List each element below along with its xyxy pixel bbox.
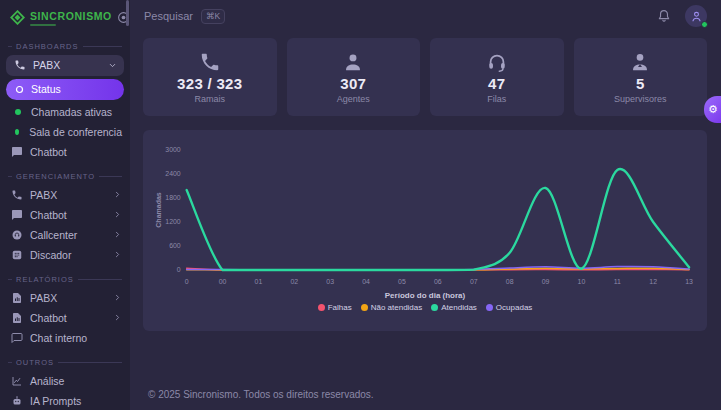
sidebar-item-label: Chatbot <box>30 146 67 158</box>
section-title-relatorios: RELATÓRIOS <box>0 275 130 284</box>
stat-label: Ramais <box>194 94 225 104</box>
svg-text:08: 08 <box>506 278 514 285</box>
section-title-dashboards: DASHBOARDS <box>0 42 130 51</box>
calls-chart-svg: 0600120018002400300000001020304050607080… <box>153 138 697 290</box>
phone-icon <box>11 189 23 201</box>
headset-icon <box>486 51 508 73</box>
chevron-right-icon <box>113 190 122 199</box>
brand-logo[interactable]: SINCRONISMO <box>0 8 130 32</box>
chevron-right-icon <box>113 250 122 259</box>
sidebar-scrollbar-thumb[interactable] <box>126 0 129 26</box>
sidebar-item-chatbot-gerenciamento[interactable]: Chatbot <box>0 205 130 225</box>
sidebar-item-label: Callcenter <box>30 229 77 241</box>
sidebar-item-pabx-gerenciamento[interactable]: PABX <box>0 185 130 205</box>
search-input[interactable]: Pesquisar ⌘K <box>144 9 225 24</box>
sidebar-item-label: Discador <box>30 249 71 261</box>
report-document-icon <box>11 312 23 324</box>
section-title-gerenciamento: GERENCIAMENTO <box>0 172 130 181</box>
phone-icon <box>14 59 26 71</box>
green-status-dot-icon <box>15 109 21 115</box>
user-avatar[interactable] <box>685 5 707 27</box>
chevron-down-icon <box>108 61 117 70</box>
online-status-dot <box>701 21 708 28</box>
legend-dot-icon <box>431 304 438 311</box>
sidebar-item-status[interactable]: Status <box>6 79 124 100</box>
sidebar-item-sala-de-conferencia[interactable]: Sala de conferencia <box>0 122 130 142</box>
sidebar: SINCRONISMO DASHBOARDS PABX Status Chama… <box>0 0 130 410</box>
chat-bubble-icon <box>11 146 23 158</box>
sidebar-item-label: Chatbot <box>30 209 67 221</box>
stat-value: 323 / 323 <box>177 75 242 92</box>
sidebar-item-analise[interactable]: Análise <box>0 371 130 391</box>
x-axis-title: Período do dia (hora) <box>153 291 697 300</box>
chevron-right-icon <box>113 230 122 239</box>
stat-label: Supervisores <box>614 94 667 104</box>
sidebar-item-label: Análise <box>30 375 64 387</box>
legend-dot-icon <box>486 304 493 311</box>
sidebar-item-pabx-dashboards[interactable]: PABX <box>6 55 124 76</box>
series-line-atendidas <box>187 169 689 270</box>
svg-text:06: 06 <box>434 278 442 285</box>
brand-name: SINCRONISMO <box>30 10 112 22</box>
dialpad-icon <box>11 249 23 261</box>
svg-text:1800: 1800 <box>165 194 181 201</box>
legend-dot-icon <box>361 304 368 311</box>
chat-bubble-icon <box>11 209 23 221</box>
svg-text:2400: 2400 <box>165 170 181 177</box>
legend-item-falhas[interactable]: Falhas <box>318 303 352 312</box>
sidebar-item-label: PABX <box>30 189 57 201</box>
brand-diamond-icon <box>10 10 25 25</box>
stat-label: Filas <box>487 94 506 104</box>
svg-text:09: 09 <box>542 278 550 285</box>
svg-text:04: 04 <box>362 278 370 285</box>
chevron-right-icon <box>113 293 122 302</box>
stat-cards-row: 323 / 323 Ramais 307 Agentes <box>143 38 707 116</box>
chat-outline-icon <box>11 332 23 344</box>
robot-icon <box>11 395 23 407</box>
svg-text:1200: 1200 <box>165 218 181 225</box>
supervisor-icon <box>629 51 651 73</box>
stat-card-supervisores[interactable]: 5 Supervisores <box>574 38 708 116</box>
sidebar-item-pabx-relatorios[interactable]: PABX <box>0 288 130 308</box>
svg-text:00: 00 <box>219 278 227 285</box>
svg-text:01: 01 <box>255 278 263 285</box>
stat-card-ramais[interactable]: 323 / 323 Ramais <box>143 38 277 116</box>
legend-item-atendidas[interactable]: Atendidas <box>431 303 477 312</box>
legend-item-nao-atendidas[interactable]: Não atendidas <box>361 303 423 312</box>
svg-text:07: 07 <box>470 278 478 285</box>
svg-text:0: 0 <box>177 266 181 273</box>
report-document-icon <box>11 292 23 304</box>
sidebar-item-chatbot-dashboards[interactable]: Chatbot <box>0 142 130 162</box>
stat-card-filas[interactable]: 47 Filas <box>430 38 564 116</box>
sidebar-item-label: IA Prompts <box>30 395 81 407</box>
sidebar-item-discador[interactable]: Discador <box>0 245 130 265</box>
status-circle-icon <box>15 85 24 94</box>
search-placeholder: Pesquisar <box>144 10 193 22</box>
section-title-outros: OUTROS <box>0 358 130 367</box>
green-status-dot-icon <box>15 129 19 135</box>
legend-dot-icon <box>318 304 325 311</box>
callcenter-agent-icon <box>11 229 23 241</box>
sidebar-item-chat-interno[interactable]: Chat interno <box>0 328 130 348</box>
main-content: Pesquisar ⌘K 323 / 32 <box>130 0 721 410</box>
chevron-right-icon <box>113 210 122 219</box>
gear-icon: ⚙ <box>708 103 718 116</box>
notification-bell-icon[interactable] <box>656 8 672 24</box>
stat-value: 47 <box>488 75 505 92</box>
user-icon <box>342 51 364 73</box>
svg-text:600: 600 <box>169 242 181 249</box>
svg-text:11: 11 <box>614 278 621 285</box>
sidebar-item-label: PABX <box>30 292 57 304</box>
sidebar-item-label: PABX <box>33 59 60 71</box>
phone-icon <box>199 51 221 73</box>
svg-text:Chamadas: Chamadas <box>155 192 162 227</box>
sidebar-item-ia-prompts[interactable]: IA Prompts <box>0 391 130 410</box>
sidebar-item-chatbot-relatorios[interactable]: Chatbot <box>0 308 130 328</box>
chart-legend: Falhas Não atendidas Atendidas Ocupadas <box>153 303 697 312</box>
legend-item-ocupadas[interactable]: Ocupadas <box>486 303 532 312</box>
svg-text:3000: 3000 <box>165 146 181 153</box>
svg-text:12: 12 <box>649 278 657 285</box>
sidebar-item-callcenter[interactable]: Callcenter <box>0 225 130 245</box>
stat-card-agentes[interactable]: 307 Agentes <box>287 38 421 116</box>
sidebar-item-chamadas-ativas[interactable]: Chamadas ativas <box>0 102 130 122</box>
